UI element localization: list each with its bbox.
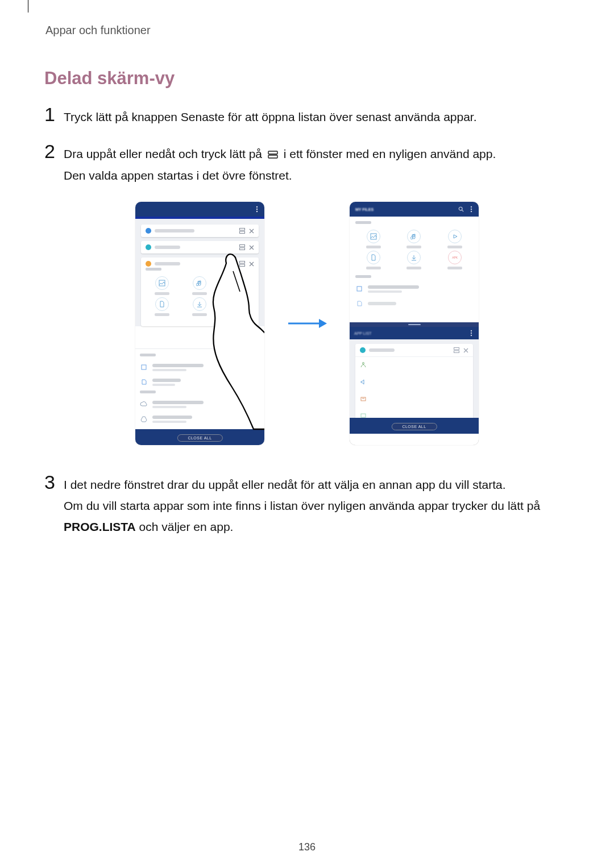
- list-item: [355, 391, 473, 408]
- phone-left-list: [135, 348, 264, 429]
- top-left-rule: [28, 0, 28, 13]
- document-icon: [155, 297, 169, 311]
- svg-point-22: [471, 209, 472, 210]
- section-title-text: Delad skärm-vy: [44, 68, 175, 88]
- svg-rect-0: [268, 151, 277, 154]
- more-icon: [468, 330, 474, 336]
- svg-rect-33: [361, 397, 366, 401]
- svg-point-23: [471, 211, 472, 212]
- svg-rect-35: [361, 414, 366, 417]
- close-icon: [248, 244, 254, 250]
- page-number: 136: [0, 841, 614, 853]
- list-item: [140, 375, 260, 389]
- step-2-text: Dra uppåt eller nedåt och tryck lätt på …: [64, 142, 570, 186]
- svg-rect-11: [240, 264, 245, 267]
- svg-point-3: [256, 209, 258, 210]
- section-title: Delad skärm-vy: [44, 68, 570, 89]
- list-item: [140, 360, 260, 375]
- bottom-app-header: APP LIST: [350, 327, 479, 339]
- phone-left-recents: APK: [135, 219, 264, 326]
- svg-rect-10: [240, 261, 245, 264]
- step-number-2: 2: [44, 142, 64, 161]
- step-3c: och väljer en app.: [136, 520, 234, 533]
- svg-rect-12: [159, 280, 165, 286]
- svg-point-19: [459, 207, 462, 211]
- step-number-3: 3: [44, 472, 64, 492]
- phone-left-header: [135, 202, 264, 217]
- svg-marker-25: [454, 235, 457, 238]
- list-item: [355, 374, 473, 391]
- close-all-label: CLOSE ALL: [188, 436, 211, 440]
- close-all-button: CLOSE ALL: [391, 423, 437, 430]
- svg-rect-14: [142, 365, 146, 369]
- more-icon: [468, 206, 474, 212]
- breadcrumb: Appar och funktioner: [45, 24, 570, 37]
- svg-marker-18: [319, 319, 327, 328]
- sdcard-icon: [140, 378, 148, 386]
- storage-icon: [355, 285, 363, 293]
- images-icon: [367, 230, 380, 243]
- close-all-label: CLOSE ALL: [402, 425, 426, 429]
- notifications-icon: [360, 394, 367, 405]
- document-icon: [367, 251, 380, 264]
- search-icon: [458, 206, 464, 212]
- close-icon: [463, 347, 468, 353]
- section-label: [355, 221, 371, 224]
- download-icon: [193, 297, 206, 311]
- header-label: APP LIST: [354, 331, 372, 335]
- step-2a: Dra uppåt eller nedåt och tryck lätt på: [64, 147, 265, 160]
- svg-point-27: [471, 330, 472, 331]
- svg-marker-13: [237, 281, 240, 285]
- drive-icon: [140, 415, 148, 423]
- svg-point-29: [471, 335, 472, 336]
- category-grid: APK: [355, 227, 473, 274]
- list-item: [355, 357, 473, 374]
- svg-rect-26: [357, 286, 362, 291]
- connections-icon: [360, 360, 367, 371]
- phone-right-footer: CLOSE ALL: [350, 418, 479, 434]
- app-dot-icon: [146, 228, 151, 234]
- phone-right-bottom: APP LIST: [350, 327, 479, 434]
- svg-point-28: [471, 333, 472, 334]
- svg-rect-31: [454, 351, 459, 353]
- recent-card-3: APK: [141, 258, 259, 326]
- split-handle: [350, 322, 479, 327]
- page-number-value: 136: [298, 841, 316, 853]
- popup-icon: [230, 261, 236, 267]
- more-icon: [254, 206, 260, 212]
- svg-rect-9: [231, 261, 236, 267]
- arrow-right-icon: [287, 317, 327, 330]
- blurred-label: [155, 229, 194, 232]
- video-icon: [448, 230, 462, 243]
- images-icon: [155, 276, 169, 290]
- split-view-icon: [268, 144, 278, 165]
- apk-icon: APK: [448, 251, 462, 264]
- recent-card-2: [141, 241, 259, 254]
- section-label: [140, 391, 156, 393]
- close-all-button: CLOSE ALL: [177, 434, 222, 442]
- step-3a: I det nedre fönstret drar du uppåt eller…: [64, 478, 506, 491]
- split-icon: [454, 347, 459, 353]
- step-number-1: 1: [44, 105, 64, 124]
- split-icon: [239, 228, 245, 234]
- step-1-text: Tryck lätt på knappen Senaste för att öp…: [64, 105, 570, 128]
- svg-rect-24: [371, 234, 376, 239]
- svg-rect-5: [240, 229, 245, 231]
- manual-page: Appar och funktioner Delad skärm-vy 1 Tr…: [0, 0, 614, 538]
- svg-point-21: [471, 206, 472, 207]
- svg-point-2: [256, 206, 258, 207]
- step-1: 1 Tryck lätt på knappen Senaste för att …: [44, 105, 570, 128]
- section-label: [140, 354, 156, 356]
- list-item: [140, 397, 260, 412]
- category-grid: APK: [146, 274, 254, 321]
- audio-icon: [407, 230, 421, 243]
- svg-rect-8: [240, 248, 245, 250]
- svg-point-4: [256, 211, 258, 212]
- step-2b: i ett fönster med en nyligen använd app.: [284, 147, 496, 160]
- app-dot-icon: [146, 244, 151, 250]
- section-label: [355, 275, 371, 278]
- storage-icon: [140, 363, 148, 371]
- step-3b: Om du vill starta appar som inte finns i…: [64, 499, 540, 512]
- list-item: [355, 296, 473, 311]
- phone-right-top-body: APK: [350, 217, 479, 322]
